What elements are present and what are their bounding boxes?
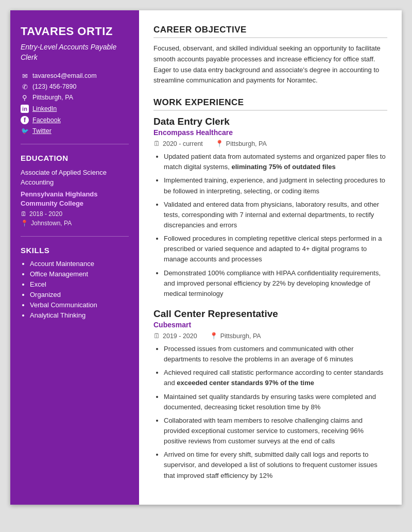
- job-company-1: Encompass Healthcare: [153, 128, 387, 137]
- contact-email: ✉ tavareso4@email.com: [21, 72, 129, 80]
- bullet-item: Followed procedures in completing repeti…: [164, 234, 387, 264]
- bullet-item: Achieved required call statistic perform…: [164, 368, 387, 388]
- contact-phone: ✆ (123) 456-7890: [21, 83, 129, 91]
- career-objective-section: CAREER OBJECTIVE Focused, observant, and…: [153, 25, 387, 86]
- job-dates-2: 🗓 2019 - 2020: [153, 332, 197, 340]
- linkedin-icon: in: [21, 105, 29, 113]
- skill-item: Excel: [30, 280, 129, 288]
- facebook-icon: f: [21, 116, 29, 124]
- contact-linkedin[interactable]: in LinkedIn: [21, 105, 129, 113]
- bullet-item: Arrived on time for every shift, submitt…: [164, 450, 387, 480]
- bullet-item: Implemented training, experience, and ju…: [164, 175, 387, 196]
- edu-school: Pennsylvania Highlands Community College: [21, 190, 129, 208]
- education-section-title: EDUCATION: [21, 154, 129, 162]
- job-meta-2: 🗓 2019 - 2020 📍 Pittsburgh, PA: [153, 332, 387, 340]
- twitter-icon: 🐦: [21, 127, 29, 135]
- contact-twitter[interactable]: 🐦 Twitter: [21, 127, 129, 135]
- work-experience-section: WORK EXPERIENCE Data Entry Clerk Encompa…: [153, 97, 387, 481]
- bullet-item: Demonstrated 100% compliance with HIPAA …: [164, 268, 387, 299]
- job-title-2: Call Center Representative: [153, 308, 387, 320]
- job-bullets-2: Processed issues from customers and comm…: [153, 344, 387, 481]
- calendar-icon-1: 🗓: [153, 140, 160, 147]
- career-objective-text: Focused, observant, and skilled individu…: [153, 43, 387, 86]
- sidebar: TAVARES ORTIZ Entry-Level Accounts Payab…: [10, 10, 139, 505]
- skills-list: Account Maintenance Office Management Ex…: [21, 260, 129, 319]
- bullet-item: Updated patient data from automated syst…: [164, 152, 387, 172]
- divider-1: [21, 144, 129, 144]
- phone-icon: ✆: [21, 83, 29, 91]
- bullet-item: Processed issues from customers and comm…: [164, 344, 387, 364]
- skill-item: Verbal Communication: [30, 301, 129, 309]
- contact-location: ⚲ Pittsburgh, PA: [21, 94, 129, 102]
- contact-list: ✉ tavareso4@email.com ✆ (123) 456-7890 ⚲…: [21, 72, 129, 135]
- edu-degree: Associate of Applied Science Accounting: [21, 168, 129, 188]
- location-icon: ⚲: [21, 94, 29, 102]
- work-experience-title: WORK EXPERIENCE: [153, 97, 387, 111]
- pin-icon-1: 📍: [215, 140, 224, 147]
- bullet-item: Collaborated with team members to resolv…: [164, 415, 387, 446]
- job-meta-1: 🗓 2020 - current 📍 Pittsburgh, PA: [153, 140, 387, 147]
- career-objective-title: CAREER OBJECTIVE: [153, 25, 387, 38]
- job-entry-1: Data Entry Clerk Encompass Healthcare 🗓 …: [153, 116, 387, 299]
- candidate-title: Entry-Level Accounts Payable Clerk: [21, 42, 129, 62]
- pin-icon: 📍: [21, 220, 28, 227]
- divider-2: [21, 236, 129, 237]
- job-company-2: Cubesmart: [153, 321, 387, 329]
- edu-years: 🗓 2018 - 2020: [21, 210, 129, 218]
- skill-item: Office Management: [30, 270, 129, 278]
- pin-icon-2: 📍: [210, 332, 218, 340]
- job-dates-1: 🗓 2020 - current: [153, 140, 203, 147]
- skills-section-title: SKILLS: [21, 246, 129, 255]
- job-entry-2: Call Center Representative Cubesmart 🗓 2…: [153, 308, 387, 481]
- resume-container: TAVARES ORTIZ Entry-Level Accounts Payab…: [10, 10, 402, 505]
- edu-location: 📍 Johnstown, PA: [21, 220, 129, 227]
- skill-item: Account Maintenance: [30, 260, 129, 268]
- candidate-name: TAVARES ORTIZ: [21, 25, 129, 38]
- bullet-item: Validated and entered data from physicia…: [164, 200, 387, 230]
- main-content: CAREER OBJECTIVE Focused, observant, and…: [139, 10, 402, 505]
- skill-item: Analytical Thinking: [30, 311, 129, 319]
- email-icon: ✉: [21, 72, 29, 80]
- job-title-1: Data Entry Clerk: [153, 116, 387, 127]
- skill-item: Organized: [30, 291, 129, 298]
- calendar-icon-2: 🗓: [153, 332, 160, 340]
- bullet-item: Maintained set quality standards by ensu…: [164, 392, 387, 412]
- contact-facebook[interactable]: f Facebook: [21, 116, 129, 124]
- job-location-2: 📍 Pittsburgh, PA: [210, 332, 261, 340]
- calendar-icon: 🗓: [21, 210, 27, 218]
- job-location-1: 📍 Pittsburgh, PA: [215, 140, 267, 147]
- job-bullets-1: Updated patient data from automated syst…: [153, 152, 387, 299]
